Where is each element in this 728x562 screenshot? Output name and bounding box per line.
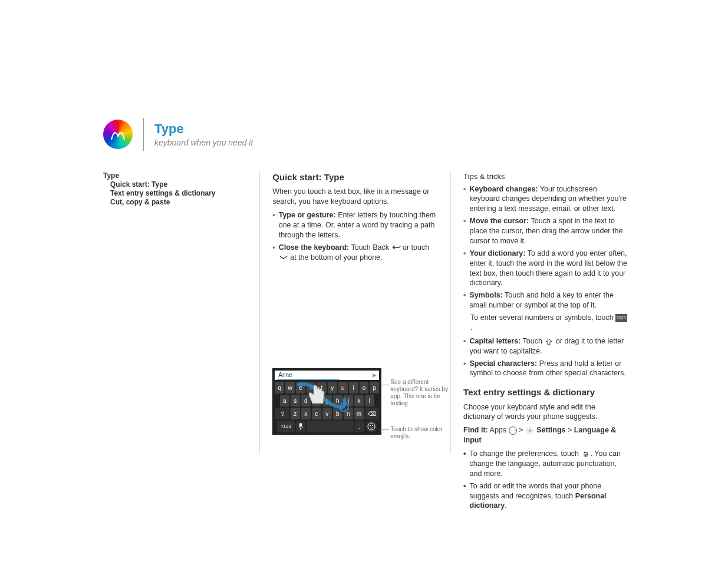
header-divider [143, 118, 144, 151]
numbers-key-icon: ?123 [615, 314, 627, 322]
tip-move-cursor: Move the cursor: Touch a spot in the tex… [463, 216, 628, 246]
section-heading-quickstart: Quick start: Type [272, 171, 437, 183]
page-subtitle: keyboard when you need it [154, 138, 253, 147]
svg-rect-4 [299, 423, 302, 427]
key-v: v [322, 408, 332, 419]
keyboard-illustration: Anne ➤ q w e r t y u i o [272, 368, 381, 435]
key-mic [296, 421, 305, 432]
keyboard-input-text: Anne [277, 371, 339, 380]
key-l: l [365, 395, 374, 406]
page-title: Type [154, 121, 253, 137]
key-emoji [365, 421, 377, 432]
section-heading-settings: Text entry settings & dictionary [463, 386, 628, 398]
gear-icon [525, 427, 535, 435]
bullet-type-gesture: Type or gesture: Enter letters by touchi… [272, 210, 437, 240]
tip-symbols: Symbols: Touch and hold a key to enter t… [463, 290, 628, 310]
column-divider-1 [259, 171, 259, 454]
settings-intro: Choose your keyboard style and edit the … [463, 402, 628, 422]
key-o: o [360, 382, 369, 394]
key-c: c [312, 408, 321, 419]
key-i: i [349, 382, 358, 394]
apps-icon: ⋮⋮ [509, 427, 517, 435]
svg-point-9 [529, 429, 531, 432]
key-n: n [344, 408, 353, 419]
svg-point-13 [584, 451, 585, 453]
key-h: h [333, 395, 342, 406]
key-space [307, 421, 354, 432]
keyboard-row-3: ⇧ z x c v b n m ⌫ [275, 408, 379, 419]
key-b: b [333, 408, 342, 419]
svg-point-5 [368, 423, 375, 430]
key-x: x [301, 408, 311, 419]
callout-line-1 [382, 385, 389, 385]
toc-item-settings[interactable]: Text entry settings & dictionary [103, 189, 240, 197]
key-p: p [370, 382, 379, 394]
key-w: w [285, 382, 295, 394]
sliders-icon [581, 450, 591, 458]
tip-symbols-extra: To enter several numbers or symbols, tou… [470, 313, 628, 333]
key-dot: . [355, 421, 364, 432]
toc-title[interactable]: Type [103, 171, 240, 180]
svg-point-15 [584, 455, 586, 457]
tip-capital-letters: Capital letters: Touch or drag it to the… [463, 336, 628, 356]
back-arrow-icon [391, 243, 401, 252]
tip-keyboard-changes: Keyboard changes: Your touchscreen keybo… [463, 184, 628, 214]
column-divider-2 [450, 171, 450, 454]
keyboard-row-4: ?123 . [275, 421, 379, 432]
callout-different-keyboard: See a different keyboard? It varies by a… [390, 379, 449, 407]
callout-line-2 [378, 429, 389, 429]
send-icon: ➤ [371, 371, 377, 380]
key-q: q [275, 382, 284, 394]
pointer-hand-icon [307, 383, 330, 409]
bullet-personal-dict: To add or edit the words that your phone… [463, 481, 628, 511]
key-numbers: ?123 [277, 421, 295, 432]
shift-icon [544, 338, 554, 346]
bullet-change-prefs: To change the preferences, touch . You c… [463, 449, 628, 479]
motorola-logo [103, 120, 133, 149]
tip-your-dictionary: Your dictionary: To add a word you enter… [463, 249, 628, 289]
toc-item-cutcopypaste[interactable]: Cut, copy & paste [103, 198, 240, 206]
svg-point-14 [586, 453, 588, 455]
chevron-down-icon [279, 253, 288, 262]
key-e: e [296, 382, 305, 394]
find-it-path: Find it: Apps ⋮⋮ > Settings > Language &… [463, 425, 628, 445]
key-k: k [354, 395, 364, 406]
svg-point-7 [372, 425, 373, 426]
key-z: z [291, 408, 300, 419]
key-m: m [354, 408, 364, 419]
svg-point-6 [370, 425, 371, 426]
key-j: j [344, 395, 353, 406]
tip-special-characters: Special characters: Press and hold a let… [463, 359, 628, 379]
intro-text: When you touch a text box, like in a mes… [272, 187, 437, 207]
callout-emoji: Touch to show color emoji's. [390, 426, 449, 440]
key-u: u [338, 382, 348, 394]
key-s: s [291, 395, 300, 406]
key-shift: ⇧ [275, 408, 289, 419]
toc-item-quickstart[interactable]: Quick start: Type [103, 180, 240, 189]
key-a: a [280, 395, 289, 406]
bullet-close-keyboard: Close the keyboard: Touch Back or touch … [272, 243, 437, 263]
key-backspace: ⌫ [365, 408, 379, 419]
tips-heading: Tips & tricks [463, 171, 628, 182]
